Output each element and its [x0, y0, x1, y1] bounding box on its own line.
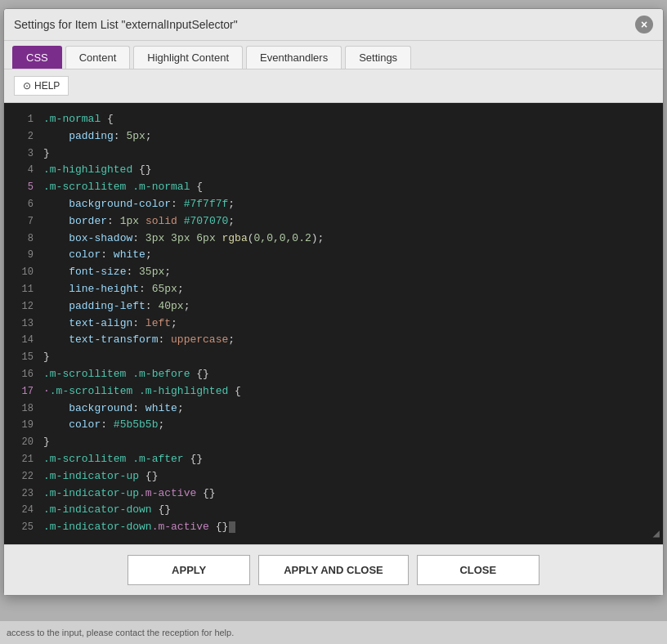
code-line-8: 8 box-shadow: 3px 3px 6px rgba(0,0,0,0.2…	[4, 230, 663, 248]
resize-handle[interactable]: ◢	[653, 525, 660, 543]
modal-close-button[interactable]: ×	[635, 16, 653, 34]
code-line-11: 11 line-height: 65px;	[4, 281, 663, 298]
close-button[interactable]: CLOSE	[417, 555, 539, 585]
code-line-19: 19 color: #5b5b5b;	[4, 417, 663, 434]
code-line-1: 1 .m-normal {	[4, 111, 663, 128]
code-line-23: 23 .m-indicator-up.m-active {}	[4, 485, 663, 503]
code-line-2: 2 padding: 5px;	[4, 128, 663, 145]
code-line-7: 7 border: 1px solid #707070;	[4, 213, 663, 230]
modal-title: Settings for Item List "externalInputSel…	[14, 18, 238, 31]
code-line-20: 20 }	[4, 434, 663, 451]
code-line-15: 15 }	[4, 349, 663, 366]
tab-css[interactable]: CSS	[12, 46, 62, 69]
code-line-18: 18 background: white;	[4, 400, 663, 418]
tab-content[interactable]: Content	[65, 46, 131, 69]
modal-overlay: Settings for Item List "externalInputSel…	[0, 0, 667, 644]
tab-eventhandlers[interactable]: Eventhandlers	[246, 46, 342, 69]
code-line-17: 17 ·.m-scrollitem .m-highlighted {	[4, 383, 663, 400]
code-line-25: 25 .m-indicator-down.m-active {}	[4, 519, 663, 536]
tabs-bar: CSS Content Highlight Content Eventhandl…	[4, 41, 663, 69]
code-line-12: 12 padding-left: 40px;	[4, 298, 663, 315]
code-line-4: 4 .m-highlighted {}	[4, 162, 663, 179]
apply-button[interactable]: APPLY	[128, 555, 250, 585]
code-line-13: 13 text-align: left;	[4, 315, 663, 333]
help-bar: ⊙ HELP	[4, 69, 663, 103]
help-button[interactable]: ⊙ HELP	[14, 76, 69, 96]
tab-settings[interactable]: Settings	[345, 46, 411, 69]
modal-header: Settings for Item List "externalInputSel…	[4, 9, 663, 41]
bottom-status-bar: access to the input, please contact the …	[0, 621, 667, 644]
help-button-label: HELP	[34, 80, 60, 92]
code-line-22: 22 .m-indicator-up {}	[4, 468, 663, 485]
settings-modal: Settings for Item List "externalInputSel…	[3, 8, 664, 596]
code-line-21: 21 .m-scrollitem .m-after {}	[4, 451, 663, 468]
tab-highlight-content[interactable]: Highlight Content	[133, 46, 243, 69]
bottom-bar-text: access to the input, please contact the …	[7, 628, 234, 637]
code-line-5: 5 .m-scrollitem .m-normal {	[4, 179, 663, 196]
code-line-14: 14 text-transform: uppercase;	[4, 332, 663, 349]
code-line-24: 24 .m-indicator-down {}	[4, 502, 663, 519]
apply-close-button[interactable]: APPLY AND CLOSE	[258, 555, 409, 585]
code-line-10: 10 font-size: 35px;	[4, 264, 663, 281]
circle-question-icon: ⊙	[23, 80, 31, 92]
code-line-9: 9 color: white;	[4, 247, 663, 264]
code-line-16: 16 .m-scrollitem .m-before {}	[4, 366, 663, 383]
css-code-editor[interactable]: 1 .m-normal { 2 padding: 5px; 3 } 4 .m-h…	[4, 103, 663, 544]
code-line-3: 3 }	[4, 145, 663, 163]
footer-bar: APPLY APPLY AND CLOSE CLOSE	[4, 544, 663, 595]
code-line-6: 6 background-color: #7f7f7f;	[4, 196, 663, 213]
